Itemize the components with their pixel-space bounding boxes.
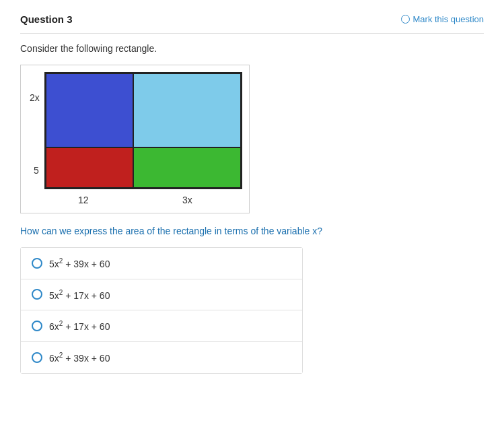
diagram-container: 2x 5 12 3x (20, 65, 250, 213)
choice-label-4: 6x2 + 39x + 60 (49, 352, 110, 364)
question-title: Question 3 (20, 13, 73, 25)
choice-radio-2[interactable] (32, 289, 42, 300)
question-prompt: Consider the following rectangle. (20, 43, 484, 54)
rect-wrapper: 2x 5 12 3x (44, 72, 242, 189)
choice-radio-3[interactable] (32, 321, 42, 331)
question-header: Question 3 Mark this question (20, 13, 484, 34)
cell-top-right (133, 73, 241, 147)
rect-grid (44, 72, 242, 189)
label-12: 12 (78, 195, 89, 205)
cell-bottom-right (133, 147, 241, 188)
choice-label-3: 6x2 + 17x + 60 (49, 320, 110, 332)
cell-top-left (46, 73, 133, 147)
area-question: How can we express the area of the recta… (20, 226, 484, 236)
cell-bottom-left (46, 147, 133, 188)
choice-item-4[interactable]: 6x2 + 39x + 60 (21, 342, 302, 373)
choice-label-2: 5x2 + 17x + 60 (49, 289, 110, 301)
mark-circle-icon (401, 15, 410, 24)
choice-item-2[interactable]: 5x2 + 17x + 60 (21, 279, 302, 311)
label-2x: 2x (30, 92, 40, 103)
choice-radio-4[interactable] (32, 352, 42, 363)
choices-container: 5x2 + 39x + 60 5x2 + 17x + 60 6x2 + 17x … (20, 247, 303, 374)
choice-label-1: 5x2 + 39x + 60 (49, 257, 110, 269)
label-3x: 3x (182, 195, 192, 205)
choice-item-1[interactable]: 5x2 + 39x + 60 (21, 248, 302, 279)
mark-question-label: Mark this question (413, 14, 484, 24)
mark-question-button[interactable]: Mark this question (401, 14, 484, 24)
choice-item-3[interactable]: 6x2 + 17x + 60 (21, 310, 302, 342)
label-5: 5 (34, 165, 39, 176)
choice-radio-1[interactable] (32, 258, 42, 269)
